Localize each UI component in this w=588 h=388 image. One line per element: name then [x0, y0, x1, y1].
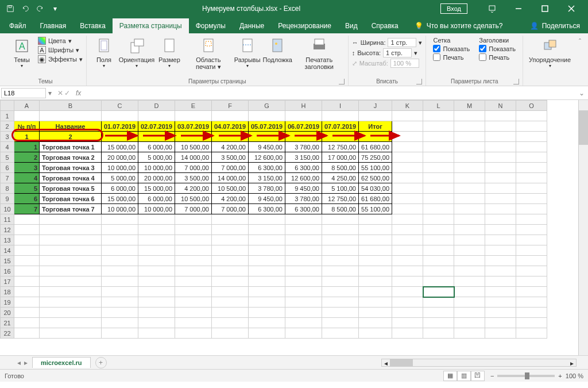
tab-view[interactable]: Вид: [338, 18, 365, 33]
effects-button[interactable]: ◉Эффекты ▾: [38, 55, 83, 63]
cell[interactable]: [175, 276, 212, 287]
cell[interactable]: [249, 111, 285, 121]
cell[interactable]: [285, 297, 322, 308]
cell[interactable]: [392, 266, 423, 276]
cell[interactable]: 02.07.2019: [138, 121, 175, 132]
row-header[interactable]: 19: [1, 297, 14, 308]
cell[interactable]: [454, 121, 485, 132]
cell[interactable]: [322, 214, 359, 225]
row-header[interactable]: 7: [1, 173, 14, 183]
cell[interactable]: 10 000,00: [102, 163, 138, 173]
cell[interactable]: [423, 183, 454, 194]
cell[interactable]: [322, 111, 359, 121]
cell[interactable]: [175, 297, 212, 308]
cell[interactable]: [40, 214, 102, 225]
cell[interactable]: 55 100,00: [359, 204, 392, 214]
cell[interactable]: 14 000,00: [175, 152, 212, 163]
cell[interactable]: [138, 256, 175, 266]
cell[interactable]: [392, 297, 423, 308]
cell[interactable]: [40, 266, 102, 276]
cell[interactable]: Торговая точка 3: [40, 163, 102, 173]
cell[interactable]: [485, 152, 516, 163]
headings-show-checkbox[interactable]: Показать: [479, 45, 516, 52]
sheet-nav-next-icon[interactable]: ▸: [24, 359, 28, 367]
cell[interactable]: 5: [14, 183, 40, 194]
row-header[interactable]: 8: [1, 183, 14, 194]
cell[interactable]: 3 150,00: [249, 173, 285, 183]
cell[interactable]: [14, 308, 40, 318]
vertical-scrollbar[interactable]: [578, 100, 588, 355]
cell[interactable]: [392, 194, 423, 204]
column-header[interactable]: L: [423, 101, 454, 111]
themes-button[interactable]: A Темы ▾: [8, 36, 36, 70]
zoom-slider[interactable]: [497, 375, 555, 377]
cell[interactable]: [102, 256, 138, 266]
cell[interactable]: [516, 318, 547, 328]
horizontal-scrollbar[interactable]: ◂▸: [381, 359, 577, 367]
cell[interactable]: [485, 121, 516, 132]
cell[interactable]: [359, 256, 392, 266]
column-header[interactable]: G: [249, 101, 285, 111]
page-setup-launcher[interactable]: [339, 79, 345, 84]
close-icon[interactable]: [558, 1, 585, 17]
cell[interactable]: [485, 142, 516, 152]
cell[interactable]: [322, 318, 359, 328]
cell[interactable]: [249, 245, 285, 256]
cell[interactable]: [516, 132, 547, 142]
expand-formula-icon[interactable]: ⌄: [575, 89, 588, 97]
cell[interactable]: Торговая точка 2: [40, 152, 102, 163]
cell[interactable]: 7: [14, 204, 40, 214]
cell[interactable]: [285, 308, 322, 318]
cell[interactable]: [359, 235, 392, 245]
cell[interactable]: [392, 225, 423, 235]
column-header[interactable]: B: [40, 101, 102, 111]
cell[interactable]: [175, 328, 212, 339]
cell[interactable]: [102, 328, 138, 339]
undo-icon[interactable]: [18, 2, 32, 16]
cell[interactable]: 12 750,00: [322, 142, 359, 152]
cell[interactable]: [285, 256, 322, 266]
cell[interactable]: [175, 132, 212, 142]
cell[interactable]: [138, 225, 175, 235]
width-select[interactable]: 1 стр.: [388, 38, 416, 47]
cell[interactable]: [454, 132, 485, 142]
cell[interactable]: [102, 235, 138, 245]
cell[interactable]: 10 000,00: [102, 204, 138, 214]
cell[interactable]: 62 500,00: [359, 173, 392, 183]
cell[interactable]: [392, 308, 423, 318]
cell[interactable]: [485, 214, 516, 225]
cell[interactable]: [249, 328, 285, 339]
save-icon[interactable]: [3, 2, 17, 16]
cell[interactable]: [392, 287, 423, 297]
cell[interactable]: [249, 225, 285, 235]
cell[interactable]: [516, 121, 547, 132]
cell[interactable]: Название: [40, 121, 102, 132]
cell[interactable]: [40, 256, 102, 266]
cell[interactable]: [138, 266, 175, 276]
cell[interactable]: [40, 245, 102, 256]
zoom-level[interactable]: 100 %: [566, 372, 583, 379]
cell[interactable]: Торговая точка 5: [40, 183, 102, 194]
cell[interactable]: 6 300,00: [285, 163, 322, 173]
cell[interactable]: [485, 328, 516, 339]
cell[interactable]: [516, 276, 547, 287]
cell[interactable]: [454, 183, 485, 194]
cell[interactable]: 07.07.2019: [322, 121, 359, 132]
cell[interactable]: [454, 256, 485, 266]
cell[interactable]: 1: [14, 132, 40, 142]
cell[interactable]: 7 000,00: [175, 204, 212, 214]
cell[interactable]: [485, 111, 516, 121]
cell[interactable]: 6: [14, 194, 40, 204]
cell[interactable]: [516, 225, 547, 235]
row-header[interactable]: 1: [1, 111, 14, 121]
cell[interactable]: [516, 266, 547, 276]
ribbon-options-icon[interactable]: [479, 1, 505, 17]
cell[interactable]: 14 000,00: [212, 173, 249, 183]
cell[interactable]: 9 450,00: [249, 194, 285, 204]
cell[interactable]: [285, 318, 322, 328]
cell[interactable]: 2: [40, 132, 102, 142]
page-break-view-icon[interactable]: 凹: [471, 371, 485, 381]
cell[interactable]: [285, 266, 322, 276]
cell[interactable]: [14, 225, 40, 235]
cell[interactable]: [102, 318, 138, 328]
